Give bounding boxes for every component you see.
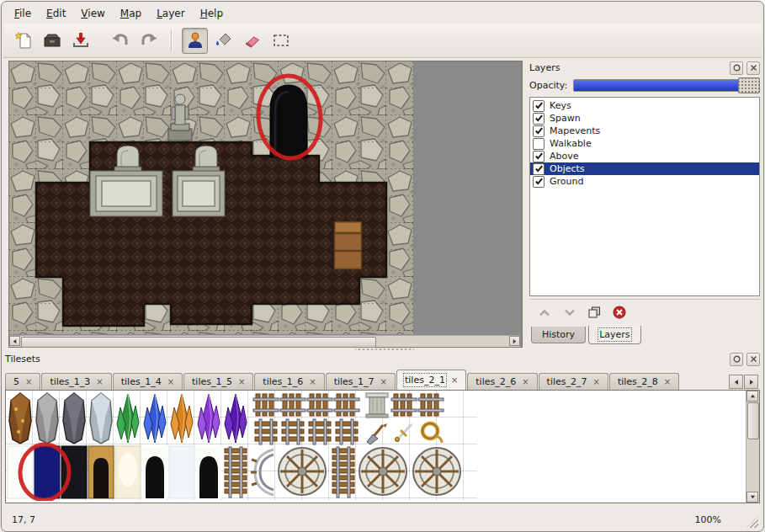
layer-actions — [529, 299, 760, 325]
layer-visibility-checkbox[interactable] — [533, 176, 545, 188]
scrollbar-thumb[interactable] — [747, 402, 759, 439]
layer-row[interactable]: Keys — [530, 99, 759, 112]
layer-visibility-checkbox[interactable] — [533, 138, 545, 150]
new-file-button[interactable] — [10, 28, 36, 54]
checkmark-icon — [534, 164, 544, 173]
open-button[interactable] — [39, 28, 65, 54]
tileset-tab[interactable]: tiles_1_7 × — [326, 373, 396, 390]
stamp-tool-button[interactable] — [182, 28, 208, 54]
layer-row[interactable]: Spawn — [530, 112, 759, 125]
map-horizontal-scrollbar[interactable] — [9, 335, 520, 347]
tab-close-icon[interactable]: × — [238, 378, 245, 386]
new-file-icon — [13, 30, 34, 51]
duplicate-layer-button[interactable] — [588, 306, 601, 318]
tilesets-panel: Tilesets 5 × — [5, 352, 760, 508]
redo-button[interactable] — [135, 28, 162, 54]
delete-layer-button[interactable] — [613, 306, 626, 319]
menu-item[interactable]: Layer — [149, 5, 192, 22]
delete-icon — [613, 306, 626, 319]
checkmark-icon — [534, 114, 544, 123]
close-panel-button[interactable] — [746, 353, 760, 366]
fill-tool-button[interactable] — [210, 28, 236, 54]
layer-name: Ground — [550, 176, 583, 187]
chevron-down-icon — [563, 307, 576, 318]
layers-list: Keys Spawn — [529, 97, 760, 296]
layer-row[interactable]: Objects — [530, 162, 759, 175]
tileset-canvas[interactable] — [6, 391, 745, 501]
tab-close-icon[interactable]: × — [96, 378, 103, 386]
layer-visibility-checkbox[interactable] — [533, 125, 545, 137]
tab-close-icon[interactable]: × — [593, 378, 600, 386]
tab-close-icon[interactable]: × — [380, 378, 387, 386]
tab-close-icon[interactable]: × — [451, 376, 458, 385]
menu-item[interactable]: Help — [193, 5, 231, 22]
panel-tab[interactable]: History — [531, 327, 586, 343]
layer-visibility-checkbox[interactable] — [533, 151, 545, 162]
scroll-right-icon[interactable] — [509, 336, 520, 346]
tab-close-icon[interactable]: × — [25, 378, 32, 386]
selected-navy-tile — [35, 446, 60, 498]
save-button[interactable] — [67, 28, 93, 54]
layer-name: Walkable — [550, 138, 592, 149]
tileset-tab[interactable]: tiles_2_6 × — [467, 373, 537, 390]
tileset-tab[interactable]: tiles_1_6 × — [254, 373, 324, 390]
menu-item[interactable]: File — [7, 5, 39, 22]
tileset-tab[interactable]: tiles_1_5 × — [183, 373, 253, 390]
panel-tab-label: History — [542, 329, 575, 340]
tab-close-icon[interactable]: × — [522, 378, 529, 386]
scroll-up-icon[interactable] — [746, 391, 758, 402]
move-layer-down-button[interactable] — [563, 307, 576, 318]
eraser-tool-icon — [242, 30, 263, 51]
tileset-vertical-scrollbar[interactable] — [746, 391, 759, 503]
tileset-tab[interactable]: tiles_2_1 × — [396, 370, 466, 390]
open-folder-icon — [42, 30, 62, 51]
tileset-tab[interactable]: tiles_1_3 × — [41, 373, 111, 390]
close-panel-button[interactable] — [746, 61, 760, 75]
tileset-tab-label: tiles_1_3 — [50, 376, 90, 387]
tileset-tab-label: tiles_2_1 — [405, 375, 445, 386]
scrollbar-thumb[interactable] — [21, 337, 376, 348]
fill-tool-icon — [214, 30, 234, 51]
tab-close-icon[interactable]: × — [167, 378, 174, 386]
tileset-tab[interactable]: tiles_1_4 × — [113, 373, 183, 390]
tileset-tab[interactable]: 5 × — [5, 373, 40, 390]
toolbar-separator — [171, 29, 173, 51]
menu-item[interactable]: Edit — [39, 5, 73, 22]
eraser-tool-button[interactable] — [239, 28, 265, 54]
arrow-right-icon — [748, 379, 755, 386]
select-tool-button[interactable] — [268, 28, 294, 54]
layer-visibility-checkbox[interactable] — [533, 163, 545, 175]
opacity-slider[interactable] — [573, 79, 760, 92]
map-canvas[interactable] — [9, 61, 520, 334]
tab-scroll-left-button[interactable] — [729, 375, 743, 389]
resize-grip[interactable] — [746, 516, 758, 528]
tab-close-icon[interactable]: × — [664, 378, 671, 386]
layer-row[interactable]: Above — [530, 150, 759, 162]
layer-visibility-checkbox[interactable] — [533, 100, 545, 112]
opacity-slider-handle[interactable] — [738, 77, 760, 93]
tileset-tab[interactable]: tiles_2_7 × — [539, 373, 608, 390]
tab-scroll-right-button[interactable] — [744, 375, 758, 389]
undo-button[interactable] — [107, 28, 133, 54]
tab-close-icon[interactable]: × — [309, 378, 316, 386]
column-tile — [366, 393, 388, 418]
tab-scroll-arrows — [729, 375, 758, 389]
tileset-tab-label: tiles_1_6 — [263, 376, 303, 387]
close-icon — [750, 64, 757, 72]
menu-item[interactable]: View — [73, 5, 112, 22]
layer-name: Mapevents — [550, 125, 600, 136]
scroll-down-icon[interactable] — [746, 492, 758, 503]
menu-item[interactable]: Map — [113, 5, 149, 22]
crypt-left — [90, 171, 162, 216]
tileset-tab[interactable]: tiles_2_8 × — [609, 373, 679, 390]
move-layer-up-button[interactable] — [538, 307, 551, 318]
float-panel-button[interactable] — [730, 353, 743, 366]
layer-row[interactable]: Mapevents — [530, 125, 759, 137]
layer-visibility-checkbox[interactable] — [533, 113, 545, 125]
layer-row[interactable]: Walkable — [530, 137, 759, 150]
layer-row[interactable]: Ground — [530, 175, 759, 188]
panel-tab[interactable]: Layers — [588, 326, 640, 344]
scroll-left-icon[interactable] — [9, 336, 20, 346]
float-panel-button[interactable] — [730, 61, 743, 75]
checkmark-icon — [534, 126, 544, 136]
